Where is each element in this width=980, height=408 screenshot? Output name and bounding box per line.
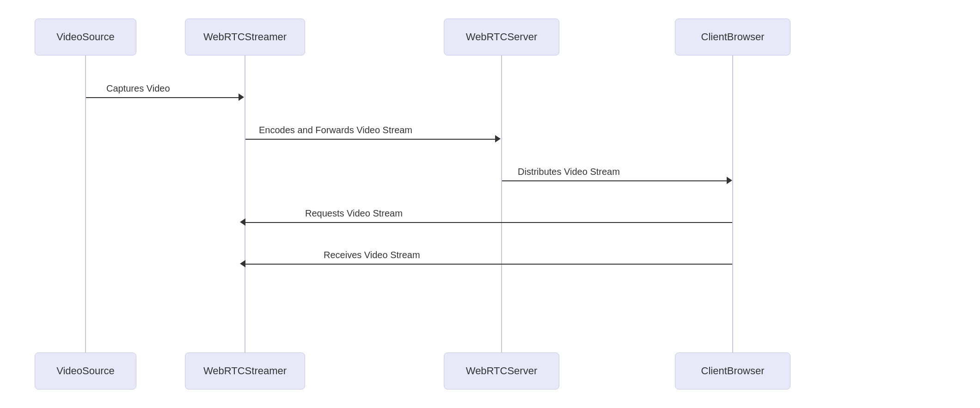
msg2-line (245, 139, 495, 140)
actor-video-source-bottom: VideoSource (35, 352, 136, 389)
lifeline-video-source (85, 56, 86, 361)
actor-client-browser-top: ClientBrowser (675, 19, 790, 56)
lifeline-webrtc-server (501, 56, 502, 361)
sequence-diagram: VideoSource WebRTCStreamer WebRTCServer … (0, 0, 980, 408)
actor-video-source-top: VideoSource (35, 19, 136, 56)
msg2-label: Encodes and Forwards Video Stream (259, 125, 412, 136)
msg2-arrowhead (495, 135, 501, 142)
actor-webrtc-server-bottom: WebRTCServer (444, 352, 559, 389)
msg4-line (245, 222, 732, 223)
msg4-label: Requests Video Stream (305, 208, 403, 219)
msg5-line (245, 264, 732, 265)
msg3-line (502, 180, 727, 181)
actor-webrtc-streamer-bottom: WebRTCStreamer (185, 352, 305, 389)
msg1-arrowhead (239, 93, 244, 101)
msg3-label: Distributes Video Stream (518, 167, 620, 177)
msg3-arrowhead (727, 177, 732, 184)
actor-webrtc-streamer-top: WebRTCStreamer (185, 19, 305, 56)
msg5-arrowhead (240, 260, 245, 267)
msg1-label: Captures Video (106, 83, 170, 94)
msg5-label: Receives Video Stream (324, 250, 420, 260)
lifeline-client-browser (732, 56, 733, 361)
lifeline-webrtc-streamer (245, 56, 245, 361)
actor-client-browser-bottom: ClientBrowser (675, 352, 790, 389)
msg1-line (86, 97, 239, 98)
msg4-arrowhead (240, 218, 245, 226)
actor-webrtc-server-top: WebRTCServer (444, 19, 559, 56)
